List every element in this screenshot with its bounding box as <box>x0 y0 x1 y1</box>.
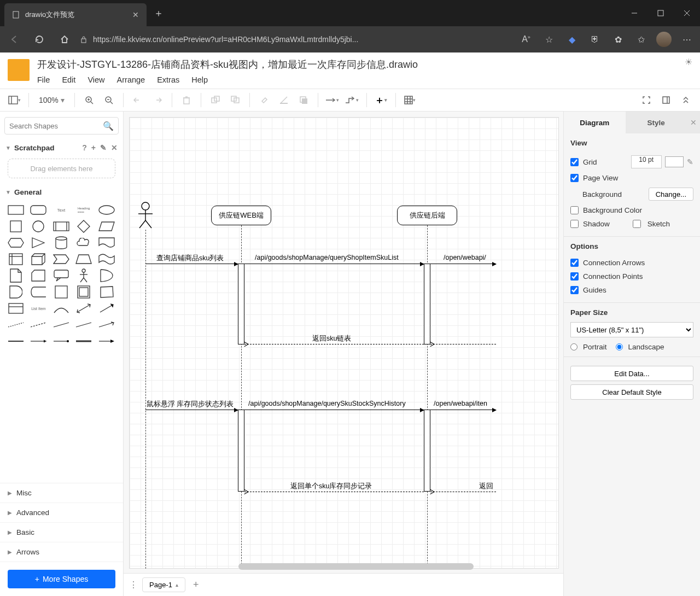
shape-circle[interactable] <box>29 220 48 232</box>
sidebar-toggle-icon[interactable]: ▾ <box>5 91 23 109</box>
shape-cylinder[interactable] <box>52 237 71 249</box>
table-icon[interactable]: ▾ <box>401 91 419 109</box>
theme-icon[interactable]: ☀ <box>685 57 692 67</box>
linecolor-icon[interactable] <box>275 91 293 109</box>
reader-icon[interactable]: A» <box>517 34 535 44</box>
shape-hexagon[interactable] <box>7 237 25 249</box>
search-icon[interactable]: 🔍 <box>103 121 114 131</box>
shape-cloud[interactable] <box>74 237 93 249</box>
shape-or[interactable] <box>97 270 116 282</box>
shape-square[interactable] <box>7 220 25 232</box>
maximize-button[interactable] <box>648 0 674 26</box>
bgcolor-checkbox[interactable] <box>570 206 579 214</box>
close-tab-icon[interactable]: ✕ <box>132 10 139 19</box>
shape-diamond[interactable] <box>74 220 93 232</box>
portrait-radio[interactable] <box>570 343 578 350</box>
shape-rect[interactable] <box>7 204 25 216</box>
redo-icon[interactable] <box>149 91 166 109</box>
undo-icon[interactable] <box>129 91 147 109</box>
search-input[interactable] <box>9 122 103 130</box>
shape-cube[interactable] <box>29 253 48 265</box>
shape-sketch-box[interactable] <box>97 286 116 298</box>
grid-checkbox[interactable] <box>570 158 579 166</box>
grid-size-input[interactable]: 10 pt <box>631 155 662 168</box>
more-shapes-button[interactable]: +More Shapes <box>8 570 115 588</box>
shape-conn4[interactable] <box>74 335 93 347</box>
shape-note[interactable] <box>7 270 25 282</box>
shape-internal[interactable] <box>7 253 25 265</box>
open-1[interactable] <box>430 264 496 264</box>
shape-arrow[interactable] <box>97 302 116 314</box>
api-1[interactable] <box>244 264 424 264</box>
shape-ellipse[interactable] <box>97 204 116 216</box>
tab-diagram[interactable]: Diagram <box>564 112 626 133</box>
shape-dashed2[interactable] <box>29 319 48 331</box>
box-backend[interactable]: 供应链后端 <box>397 206 457 225</box>
menu-edit[interactable]: Edit <box>62 75 75 84</box>
scratchpad-dropzone[interactable]: Drag elements here <box>8 159 115 178</box>
close-window-button[interactable] <box>674 0 700 26</box>
close-icon[interactable]: ✕ <box>111 143 118 152</box>
shape-trapezoid[interactable] <box>74 253 93 265</box>
shape-actor[interactable] <box>74 270 93 282</box>
menu-file[interactable]: File <box>37 75 50 84</box>
msg-2[interactable] <box>145 410 238 410</box>
canvas[interactable]: 供应链WEB端 供应链后端 查询店铺商品sku列表 /api/goods/sho… <box>124 112 563 573</box>
api-2[interactable] <box>244 410 424 410</box>
shape-frame[interactable] <box>74 286 93 298</box>
format-toggle-icon[interactable] <box>657 91 675 109</box>
page-menu-icon[interactable]: ⋮ <box>129 580 138 590</box>
shape-dashed[interactable] <box>7 319 25 331</box>
panel-close-icon[interactable]: ✕ <box>687 112 700 133</box>
activation-web-1[interactable] <box>238 264 244 344</box>
landscape-radio[interactable] <box>616 343 623 350</box>
home-button[interactable] <box>55 30 74 49</box>
waypoint-icon[interactable]: ▾ <box>343 91 361 109</box>
scratchpad-header[interactable]: ▼ Scratchpad ? + ✎ ✕ <box>0 140 123 155</box>
shape-line2[interactable] <box>74 319 93 331</box>
shape-callout[interactable] <box>52 270 71 282</box>
shape-list[interactable] <box>7 302 25 314</box>
shape-tape[interactable] <box>97 253 116 265</box>
change-bg-button[interactable]: Change... <box>649 188 693 201</box>
cat-misc[interactable]: ▶Misc <box>0 483 123 503</box>
ret-1b[interactable] <box>430 344 496 344</box>
sketch-checkbox[interactable] <box>633 220 641 228</box>
favorite-icon[interactable]: ☆ <box>540 34 558 45</box>
ext2-icon[interactable]: ✿ <box>609 34 627 45</box>
help-icon[interactable]: ? <box>82 143 87 152</box>
connpoints-checkbox[interactable] <box>570 272 579 281</box>
menu-extras[interactable]: Extras <box>157 75 179 84</box>
tab-style[interactable]: Style <box>626 112 687 133</box>
edit-icon[interactable]: ✎ <box>100 143 107 152</box>
shape-line-arrow[interactable] <box>97 319 116 331</box>
zoom-dropdown[interactable]: 100%▾ <box>34 96 69 104</box>
shape-step[interactable] <box>52 253 71 265</box>
pageview-checkbox[interactable] <box>570 174 579 182</box>
shape-process[interactable] <box>52 220 71 232</box>
shape-curve[interactable] <box>52 302 71 314</box>
shape-conn1[interactable] <box>7 335 25 347</box>
browser-tab[interactable]: drawio文件预览 ✕ <box>4 3 147 26</box>
ret-2[interactable] <box>244 492 424 492</box>
shape-listitem[interactable]: List Item <box>29 302 48 314</box>
general-header[interactable]: ▼ General <box>0 185 123 200</box>
ret-2b[interactable] <box>430 492 496 492</box>
profile-avatar[interactable] <box>655 32 673 47</box>
open-2[interactable] <box>430 410 496 410</box>
cat-arrows[interactable]: ▶Arrows <box>0 542 123 562</box>
tofront-icon[interactable] <box>207 91 224 109</box>
shape-triangle[interactable] <box>29 237 48 249</box>
papersize-select[interactable]: US-Letter (8,5" x 11") <box>570 322 693 337</box>
shape-conn2[interactable] <box>29 335 48 347</box>
menu-arrange[interactable]: Arrange <box>117 75 145 84</box>
lifeline-actor[interactable] <box>145 230 146 569</box>
shadow-icon[interactable] <box>295 91 312 109</box>
refresh-button[interactable] <box>30 30 49 49</box>
shape-conn3[interactable] <box>52 335 71 347</box>
shape-search[interactable]: 🔍 <box>4 117 119 135</box>
ret-1[interactable] <box>244 344 424 344</box>
shape-text[interactable]: Text <box>52 204 71 216</box>
menu-view[interactable]: View <box>88 75 104 84</box>
add-icon[interactable]: + <box>91 143 96 152</box>
